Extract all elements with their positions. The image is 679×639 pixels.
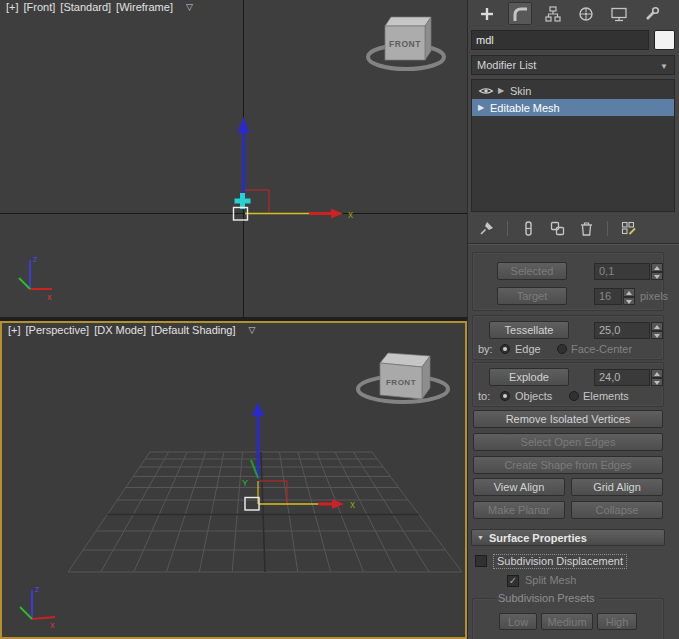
modify-icon — [511, 5, 529, 23]
spinner-down-icon[interactable] — [651, 331, 663, 340]
tessellate-value-field[interactable]: 25,0 — [594, 322, 650, 339]
spinner-up-icon[interactable] — [651, 322, 663, 331]
explode-objects-radio[interactable] — [500, 391, 510, 401]
target-pixels-field[interactable]: 16 — [594, 288, 622, 305]
toolbar-separator — [607, 221, 608, 236]
spinner-up-icon[interactable] — [651, 369, 663, 378]
show-end-result-icon[interactable] — [520, 220, 537, 237]
edge-label[interactable]: Edge — [515, 343, 541, 355]
z-axis-arrowhead[interactable] — [238, 117, 250, 133]
spinner-down-icon[interactable] — [651, 272, 663, 281]
weld-threshold-field[interactable]: 0,1 — [594, 263, 650, 280]
spinner-up-icon[interactable] — [623, 288, 635, 297]
stack-row-skin[interactable]: ▶ Skin — [472, 82, 674, 99]
object-color-swatch[interactable] — [654, 30, 675, 50]
z-axis-arrowhead[interactable] — [252, 402, 264, 416]
viewport-type-segment[interactable]: [Standard] — [60, 1, 111, 13]
subdivision-displacement-checkbox[interactable] — [475, 555, 487, 567]
tessellate-edge-radio[interactable] — [500, 344, 510, 354]
spinner-up-icon[interactable] — [651, 263, 663, 272]
preset-high-button[interactable]: High — [597, 613, 637, 630]
weld-selected-button[interactable]: Selected — [497, 262, 567, 280]
preset-medium-button[interactable]: Medium — [541, 613, 593, 630]
viewport-menu-segment[interactable]: [+] — [6, 1, 19, 13]
make-planar-button[interactable]: Make Planar — [473, 501, 565, 519]
stack-row-editable-mesh[interactable]: ▶ Editable Mesh — [472, 99, 674, 116]
explode-value-field[interactable]: 24,0 — [594, 369, 650, 386]
configure-modifier-sets-icon[interactable] — [620, 220, 637, 237]
front-viewport-label: [+] [Front] [Standard] [Wireframe] ▽ — [6, 1, 193, 13]
explode-elements-radio[interactable] — [569, 391, 579, 401]
rollout-title: Surface Properties — [489, 532, 587, 544]
utilities-icon — [643, 5, 661, 23]
create-shape-from-edges-button[interactable]: Create Shape from Edges — [473, 456, 663, 474]
front-viewport[interactable]: x FRONT z x [+] [Front] [Standard] [Wire… — [0, 0, 467, 317]
spinner-down-icon[interactable] — [651, 378, 663, 387]
surface-properties-rollout-header[interactable]: ▼ Surface Properties — [471, 529, 665, 546]
subdivision-presets-group: Subdivision Presets Low Medium High — [472, 598, 664, 639]
view-align-button[interactable]: View Align — [473, 478, 565, 496]
spinner-down-icon[interactable] — [623, 297, 635, 306]
viewport-pov-segment[interactable]: [Perspective] — [26, 324, 90, 336]
weld-target-button[interactable]: Target — [497, 287, 567, 305]
explode-group: Explode 24,0 to: Objects Elements — [472, 362, 664, 407]
viewport-shading-segment[interactable]: [Wireframe] — [116, 1, 173, 13]
object-name-input[interactable] — [471, 30, 649, 50]
grid-align-button[interactable]: Grid Align — [571, 478, 663, 496]
perspective-viewport[interactable]: Y x FRONT z x [+] [Perspectiv — [0, 321, 467, 639]
tessellate-spinner[interactable] — [651, 322, 663, 339]
modifier-list-label: Modifier List — [477, 59, 536, 71]
selection-box[interactable] — [245, 498, 259, 511]
viewport-shading-segment[interactable]: [Default Shading] — [151, 324, 235, 336]
select-open-edges-button[interactable]: Select Open Edges — [473, 433, 663, 451]
visibility-eye-icon[interactable] — [478, 86, 494, 96]
tessellate-face-center-radio[interactable] — [557, 344, 567, 354]
perspective-move-gizmo[interactable]: Y x — [242, 402, 355, 510]
viewport-label-menu-icon[interactable]: ▽ — [186, 2, 193, 12]
split-mesh-label[interactable]: Split Mesh — [525, 574, 576, 586]
pixels-label: pixels — [640, 290, 668, 302]
viewport-menu-segment[interactable]: [+] — [8, 324, 21, 336]
preset-low-button[interactable]: Low — [499, 613, 537, 630]
viewport-pov-segment[interactable]: [Front] — [24, 1, 56, 13]
elements-label[interactable]: Elements — [583, 390, 629, 402]
tripod-x-label: x — [50, 620, 55, 630]
tab-display[interactable] — [607, 2, 631, 25]
viewport-type-segment[interactable]: [DX Mode] — [94, 324, 146, 336]
front-viewcube[interactable]: FRONT — [368, 17, 444, 69]
tripod-x-label: x — [47, 292, 52, 302]
explode-button[interactable]: Explode — [489, 368, 569, 386]
perspective-viewcube-label[interactable]: FRONT — [386, 378, 416, 387]
viewport-label-menu-icon[interactable]: ▽ — [249, 325, 256, 335]
collapse-button[interactable]: Collapse — [571, 501, 663, 519]
expand-arrow-icon[interactable]: ▶ — [476, 103, 486, 112]
front-move-gizmo[interactable]: x — [234, 117, 354, 220]
split-mesh-checkbox[interactable]: ✓ — [507, 575, 519, 587]
tab-hierarchy[interactable] — [541, 2, 565, 25]
modifier-list-dropdown[interactable]: Modifier List ▼ — [471, 55, 675, 75]
x-axis-arrowhead[interactable] — [331, 209, 343, 219]
modifier-name: Editable Mesh — [490, 102, 560, 114]
tab-modify[interactable] — [508, 2, 532, 25]
objects-label[interactable]: Objects — [515, 390, 552, 402]
rollout-open-icon: ▼ — [477, 534, 484, 541]
perspective-viewcube[interactable]: FRONT — [358, 353, 448, 402]
front-viewcube-label[interactable]: FRONT — [389, 39, 421, 49]
remove-modifier-icon[interactable] — [578, 220, 595, 237]
tab-create[interactable] — [475, 2, 499, 25]
subdivision-displacement-label[interactable]: Subdivision Displacement — [493, 554, 627, 569]
explode-spinner[interactable] — [651, 369, 663, 386]
expand-arrow-icon[interactable]: ▶ — [496, 86, 506, 95]
tab-motion[interactable] — [574, 2, 598, 25]
tessellate-button[interactable]: Tessellate — [489, 321, 569, 339]
command-panel-tabs — [468, 0, 679, 27]
perspective-viewport-label: [+] [Perspective] [DX Mode] [Default Sha… — [8, 324, 255, 336]
make-unique-icon[interactable] — [549, 220, 566, 237]
stack-toolbar — [468, 215, 679, 242]
weld-threshold-spinner[interactable] — [651, 263, 663, 280]
remove-isolated-vertices-button[interactable]: Remove Isolated Vertices — [473, 410, 663, 428]
pin-stack-icon[interactable] — [478, 220, 495, 237]
face-center-label[interactable]: Face-Center — [571, 343, 632, 355]
target-pixels-spinner[interactable] — [623, 288, 635, 305]
tab-utilities[interactable] — [640, 2, 664, 25]
